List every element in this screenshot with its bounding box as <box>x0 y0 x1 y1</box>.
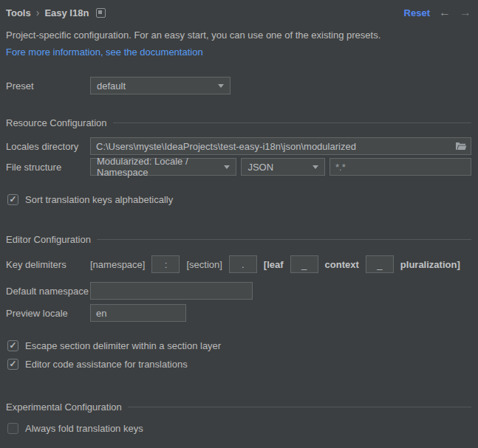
preset-dropdown-value: default <box>97 80 126 92</box>
preview-locale-row: Preview locale <box>6 304 471 322</box>
resource-section-header: Resource Configuration <box>6 117 471 128</box>
leaf-delimiter-input[interactable] <box>290 255 318 273</box>
namespace-bracket-label: [namespace] <box>90 259 145 270</box>
fold-keys-label: Always fold translation keys <box>25 423 143 434</box>
format-dropdown[interactable]: JSON <box>241 158 325 176</box>
pluralization-bracket-label: pluralization] <box>400 259 460 270</box>
section-delimiter-input[interactable] <box>229 255 257 273</box>
chevron-down-icon <box>313 165 318 169</box>
sort-keys-checkbox[interactable] <box>7 194 18 205</box>
key-delimiters-row: Key delimiters [namespace] [section] [le… <box>6 255 471 273</box>
experimental-section-title: Experimental Configuration <box>6 402 122 413</box>
breadcrumb: Tools › Easy I18n <box>6 7 106 18</box>
header-bar: Tools › Easy I18n Reset ← → <box>6 0 471 19</box>
back-arrow-icon[interactable]: ← <box>439 7 451 18</box>
resource-section-title: Resource Configuration <box>6 117 107 128</box>
structure-dropdown[interactable]: Modularized: Locale / Namespace <box>90 158 236 176</box>
code-assistance-checkbox-row[interactable]: Editor code assistance for translations <box>6 358 471 370</box>
default-namespace-row: Default namespace <box>6 282 471 300</box>
leaf-bracket-label: [leaf <box>264 259 284 270</box>
documentation-link[interactable]: Fore more information, see the documenta… <box>6 46 203 58</box>
fold-keys-checkbox-row[interactable]: Always fold translation keys <box>6 422 471 434</box>
open-folder-icon[interactable] <box>455 140 467 151</box>
preset-dropdown[interactable]: default <box>90 77 231 94</box>
chevron-down-icon <box>224 165 230 169</box>
default-namespace-label: Default namespace <box>6 286 90 297</box>
description-text: Project-specific configuration. For an e… <box>6 30 471 41</box>
experimental-section-header: Experimental Configuration <box>6 401 471 413</box>
locales-directory-label: Locales directory <box>6 141 90 152</box>
escape-delimiter-checkbox-row[interactable]: Escape section delimiter within a sectio… <box>6 340 471 351</box>
sort-keys-label: Sort translation keys alphabetically <box>25 194 173 205</box>
reset-button[interactable]: Reset <box>404 7 430 18</box>
code-assistance-checkbox[interactable] <box>7 359 18 370</box>
key-delimiters-label: Key delimiters <box>6 259 83 270</box>
file-pattern-input[interactable] <box>330 158 471 176</box>
forward-arrow-icon[interactable]: → <box>460 7 471 18</box>
preview-locale-input[interactable] <box>90 304 186 322</box>
preset-row: Preset default <box>6 77 471 94</box>
breadcrumb-easy-i18n: Easy I18n <box>44 7 89 18</box>
chevron-down-icon <box>218 84 224 88</box>
preset-label: Preset <box>6 80 90 92</box>
file-structure-row: File structure Modularized: Locale / Nam… <box>6 158 471 176</box>
default-namespace-input[interactable] <box>90 282 253 300</box>
section-divider <box>97 239 471 240</box>
section-divider <box>128 407 471 407</box>
structure-dropdown-value: Modularized: Locale / Namespace <box>97 156 224 178</box>
sort-keys-checkbox-row[interactable]: Sort translation keys alphabetically <box>6 193 471 205</box>
header-actions: Reset ← → <box>404 7 471 18</box>
context-label: context <box>325 259 359 270</box>
locales-directory-row: Locales directory <box>6 137 471 155</box>
file-structure-label: File structure <box>6 162 90 173</box>
project-settings-icon <box>96 8 106 18</box>
editor-section-title: Editor Configuration <box>6 234 91 245</box>
preview-locale-label: Preview locale <box>6 308 90 319</box>
code-assistance-label: Editor code assistance for translations <box>25 359 188 370</box>
section-divider <box>113 123 471 123</box>
escape-delimiter-checkbox[interactable] <box>7 340 18 351</box>
escape-delimiter-label: Escape section delimiter within a sectio… <box>25 340 221 351</box>
context-delimiter-input[interactable] <box>366 255 394 273</box>
locales-directory-input[interactable] <box>90 137 471 155</box>
section-bracket-label: [section] <box>186 259 222 270</box>
fold-keys-checkbox[interactable] <box>7 423 18 434</box>
breadcrumb-tools[interactable]: Tools <box>6 7 31 18</box>
format-dropdown-value: JSON <box>247 162 273 173</box>
locales-directory-wrap <box>90 137 471 155</box>
breadcrumb-chevron-icon: › <box>36 7 40 18</box>
editor-section-header: Editor Configuration <box>6 233 471 245</box>
settings-page: Tools › Easy I18n Reset ← → Project-spec… <box>0 0 478 448</box>
namespace-delimiter-input[interactable] <box>151 255 180 273</box>
